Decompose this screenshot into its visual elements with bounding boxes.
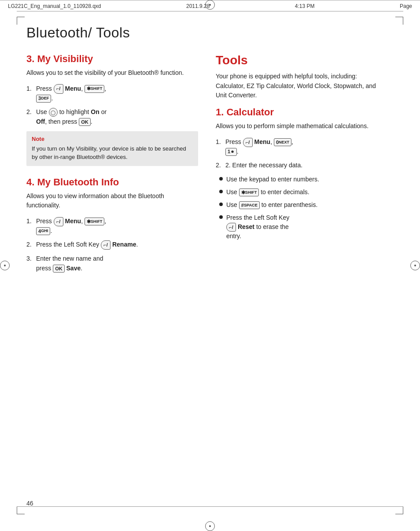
star-decimals-key: ✱SHIFT [239, 188, 259, 196]
section1-step2: 2. 2. Enter the necessary data. [216, 161, 387, 170]
section4-heading: 4. My Bluetooth Info [26, 177, 198, 188]
bottom-divider [17, 506, 403, 507]
section4-step2: 2. Press the Left Soft Key ⌐/ Rename. [26, 240, 198, 250]
note-title: Note [32, 136, 193, 142]
bullet-dot-3 [219, 203, 223, 206]
main-content: Bluetooth/ Tools 3. My Visibility Allows… [0, 16, 420, 295]
section1-intro: Allows you to perform simple mathematica… [216, 122, 387, 131]
section3-intro: Allows you to set the visibility of your… [26, 68, 198, 78]
bullet-dot-4 [219, 215, 223, 219]
right-column: Tools Your phone is equipped with helpfu… [216, 53, 387, 278]
four-key: 4GHI [36, 227, 50, 235]
reg-mark-left [0, 261, 10, 270]
section1-step1: 1. Press ⌐/ Menu, 0NEXT, 1☻. [216, 137, 387, 157]
header-time: 4:13 PM [295, 3, 315, 9]
soft-key-icon-2: ⌐/ [54, 217, 63, 226]
crop-mark-br [395, 506, 403, 514]
page-wrapper: LG221C_Eng_manual_1.0_110928.qxd 2011.9.… [0, 0, 420, 531]
bullet-item-2: Use ✱SHIFT to enter decimals. [219, 188, 387, 197]
reg-mark-right [410, 261, 420, 270]
header-filename: LG221C_Eng_manual_1.0_110928.qxd [8, 3, 101, 9]
note-box: Note If you turn on My Visibility, your … [26, 131, 198, 166]
note-text: If you turn on My Visibility, your devic… [32, 144, 193, 162]
three-key: 3DEF [36, 95, 51, 103]
left-column: 3. My Visibility Allows you to set the v… [26, 53, 198, 278]
section3-step1: 1. Press ⌐/ Menu, ✱SHIFT, 3DEF. [26, 84, 198, 103]
ok-key-2: OK [53, 265, 65, 273]
reg-mark-bottom [205, 521, 215, 531]
zero-next-key: 0NEXT [274, 138, 291, 146]
section3-heading: 3. My Visibility [26, 53, 198, 65]
page-footer: 46 [26, 500, 33, 507]
soft-key-icon-5: ⌐/ [226, 223, 236, 232]
crop-mark-tr [395, 17, 403, 25]
star-key-2: ✱SHIFT [85, 218, 104, 225]
soft-key-icon-3: ⌐/ [101, 240, 111, 250]
star-key-1: ✱SHIFT [85, 85, 104, 93]
bullet-item-1: Use the keypad to enter numbers. [219, 175, 387, 184]
soft-key-icon-1: ⌐/ [54, 84, 63, 93]
crop-mark-tl [17, 17, 25, 25]
section4-step1: 1. Press ⌐/ Menu, ✱SHIFT, 4GHI. [26, 217, 198, 236]
bullet-item-3: Use #SPACE to enter parenthesis. [219, 200, 387, 210]
reg-mark-top [205, 0, 215, 10]
hash-key: #SPACE [239, 201, 260, 209]
one-key: 1☻ [225, 148, 237, 156]
crop-mark-bl [17, 506, 25, 514]
ok-key-1: OK [79, 118, 91, 126]
section4-step3: 3. Enter the new name and press OK Save. [26, 254, 198, 273]
tools-intro: Your phone is equipped with helpful tool… [216, 72, 387, 100]
bullet-item-4: Press the Left Soft Key ⌐/ Reset to eras… [219, 213, 387, 241]
page-number: 46 [26, 500, 33, 507]
top-divider [17, 11, 403, 11]
section4-intro: Allows you to view information about the… [26, 192, 198, 210]
soft-key-icon-4: ⌐/ [243, 138, 253, 147]
header-page: Page [400, 3, 412, 9]
tools-heading: Tools [216, 53, 387, 67]
page-title: Bluetooth/ Tools [26, 25, 394, 41]
section1-heading: 1. Calculator [216, 107, 387, 118]
section3-step2: 2. Use ◯ to highlight On or Off, then pr… [26, 107, 198, 126]
bullet-dot-1 [219, 177, 223, 181]
two-column-layout: 3. My Visibility Allows you to set the v… [26, 53, 394, 278]
nav-circle: ◯ [49, 108, 58, 117]
bullet-list: Use the keypad to enter numbers. Use ✱SH… [219, 175, 387, 241]
bullet-dot-2 [219, 190, 223, 193]
